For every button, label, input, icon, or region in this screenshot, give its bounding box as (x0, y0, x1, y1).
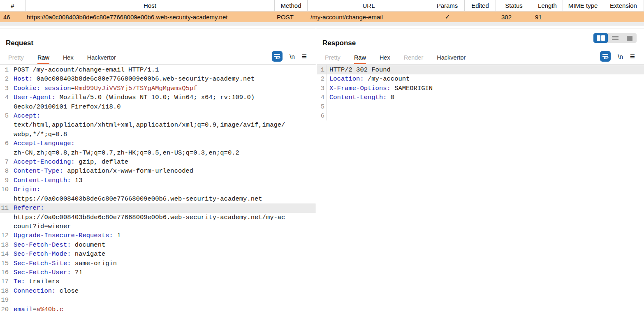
newline-toggle[interactable]: \n (290, 53, 295, 60)
code-line: 4Content-Length: 0 (317, 93, 644, 102)
tab-hex[interactable]: Hex (380, 54, 390, 64)
code-text: Host: 0a0c008403b8de6c80e77668009e00b6.w… (11, 74, 255, 83)
line-number: 5 (317, 102, 327, 111)
request-title: Request (6, 39, 316, 47)
code-text: zh-CN,zh;q=0.8,zh-TW;q=0.7,zh-HK;q=0.5,e… (11, 148, 239, 157)
line-number (0, 102, 11, 111)
column-header-host[interactable]: Host (25, 0, 275, 11)
tab-hackvertor[interactable]: Hackvertor (437, 54, 466, 64)
tab-hackvertor[interactable]: Hackvertor (87, 54, 116, 64)
line-number: 2 (317, 74, 327, 83)
code-text: Sec-Fetch-User: ?1 (11, 268, 82, 277)
line-number: 10 (0, 185, 11, 194)
code-text: Accept-Encoding: gzip, deflate (11, 157, 128, 166)
line-number: 3 (317, 84, 327, 93)
code-text: Content-Type: application/x-www-form-url… (11, 166, 193, 176)
code-text (327, 111, 333, 120)
code-text: Referer: (11, 203, 44, 212)
request-raw-editor[interactable]: 1POST /my-account/change-email HTTP/1.12… (0, 65, 316, 314)
layout-single-button[interactable] (622, 33, 637, 43)
line-number: 9 (0, 176, 11, 185)
code-line: Gecko/20100101 Firefox/118.0 (0, 102, 316, 111)
response-raw-editor[interactable]: 1HTTP/2 302 Found2Location: /my-account3… (317, 65, 644, 120)
column-header-length[interactable]: Length (532, 0, 563, 11)
column-header-method[interactable]: Method (275, 0, 308, 11)
line-number: 16 (0, 268, 11, 277)
code-line: 5 (317, 102, 644, 111)
line-number: 2 (0, 74, 11, 83)
line-number (0, 130, 11, 139)
line-number: 19 (0, 296, 11, 305)
code-line: 6Accept-Language: (0, 139, 316, 148)
code-text: Content-Length: 0 (327, 93, 394, 102)
column-header-status[interactable]: Status (496, 0, 532, 11)
code-line: 12Upgrade-Insecure-Requests: 1 (0, 231, 316, 240)
tab-raw[interactable]: Raw (354, 54, 366, 64)
table-row[interactable]: 46https://0a0c008403b8de6c80e77668009e00… (0, 12, 644, 22)
editor-menu-icon[interactable]: ≡ (630, 53, 635, 59)
code-line: 8Content-Type: application/x-www-form-ur… (0, 166, 316, 176)
word-wrap-icon (274, 53, 280, 59)
code-line: count?id=wiener (0, 222, 316, 231)
column-header-mime-type[interactable]: MIME type (563, 0, 603, 11)
tab-raw[interactable]: Raw (37, 54, 49, 64)
line-number (0, 213, 11, 222)
code-text: Connection: close (11, 286, 79, 296)
message-editor-panels: Request PrettyRawHexHackvertor \n ≡ 1POS… (0, 28, 644, 321)
code-text: Location: /my-account (327, 74, 410, 83)
code-text: email=a%40b.c (11, 305, 63, 314)
line-number: 15 (0, 259, 11, 268)
column-header-url[interactable]: URL (308, 0, 430, 11)
tab-pretty[interactable]: Pretty (325, 54, 341, 64)
line-number: 4 (317, 93, 327, 102)
column-header--[interactable]: # (0, 0, 25, 11)
line-number (0, 222, 11, 231)
code-text: Accept: (11, 111, 40, 120)
code-text: Te: trailers (11, 277, 60, 286)
word-wrap-icon (602, 53, 609, 59)
tab-pretty[interactable]: Pretty (8, 54, 24, 64)
code-line: 15Sec-Fetch-Site: same-origin (0, 259, 316, 268)
line-number (0, 148, 11, 157)
word-wrap-toggle[interactable] (272, 51, 283, 62)
table-header-row: #HostMethodURLParamsEditedStatusLengthMI… (0, 0, 644, 12)
code-text: webp,*/*;q=0.8 (11, 130, 67, 139)
line-number: 4 (0, 93, 11, 102)
code-text: Upgrade-Insecure-Requests: 1 (11, 231, 120, 240)
column-header-extension[interactable]: Extension (603, 0, 644, 11)
column-header-edited[interactable]: Edited (465, 0, 496, 11)
response-tabs: PrettyRawHexRenderHackvertor \n ≡ (317, 51, 644, 65)
row-cell-status: 302 (496, 12, 532, 22)
word-wrap-toggle[interactable] (600, 51, 611, 62)
code-text: text/html,application/xhtml+xml,applicat… (11, 120, 285, 129)
table-next-row-partial[interactable] (0, 22, 644, 26)
line-number: 1 (317, 65, 327, 74)
code-line: 20email=a%40b.c (0, 305, 316, 314)
line-number: 6 (0, 139, 11, 148)
layout-stacked-button[interactable] (608, 33, 622, 43)
column-header-params[interactable]: Params (430, 0, 465, 11)
line-number: 8 (0, 166, 11, 176)
code-text: https://0a0c008403b8de6c80e77668009e00b6… (11, 194, 262, 203)
code-line: text/html,application/xhtml+xml,applicat… (0, 120, 316, 129)
code-line: 7Accept-Encoding: gzip, deflate (0, 157, 316, 166)
response-panel: Response PrettyRawHexRenderHackvertor \n… (317, 28, 644, 321)
layout-columns-button[interactable] (593, 33, 608, 43)
code-line: https://0a0c008403b8de6c80e77668009e00b6… (0, 194, 316, 203)
code-line: 3X-Frame-Options: SAMEORIGIN (317, 84, 644, 93)
code-text: Gecko/20100101 Firefox/118.0 (11, 102, 120, 111)
tab-render[interactable]: Render (404, 54, 424, 64)
newline-toggle[interactable]: \n (618, 53, 623, 60)
tab-hex[interactable]: Hex (63, 54, 74, 64)
code-text: X-Frame-Options: SAMEORIGIN (327, 84, 433, 93)
line-number: 11 (0, 203, 11, 212)
line-number: 18 (0, 286, 11, 296)
code-text (327, 102, 333, 111)
row-cell-mime-type (563, 12, 603, 22)
row-cell--: 46 (0, 12, 25, 22)
code-text: User-Agent: Mozilla/5.0 (Windows NT 10.0… (11, 93, 255, 102)
request-panel: Request PrettyRawHexHackvertor \n ≡ 1POS… (0, 28, 316, 321)
code-text: Content-Length: 13 (11, 176, 82, 185)
line-number: 5 (0, 111, 11, 120)
editor-menu-icon[interactable]: ≡ (302, 53, 307, 59)
